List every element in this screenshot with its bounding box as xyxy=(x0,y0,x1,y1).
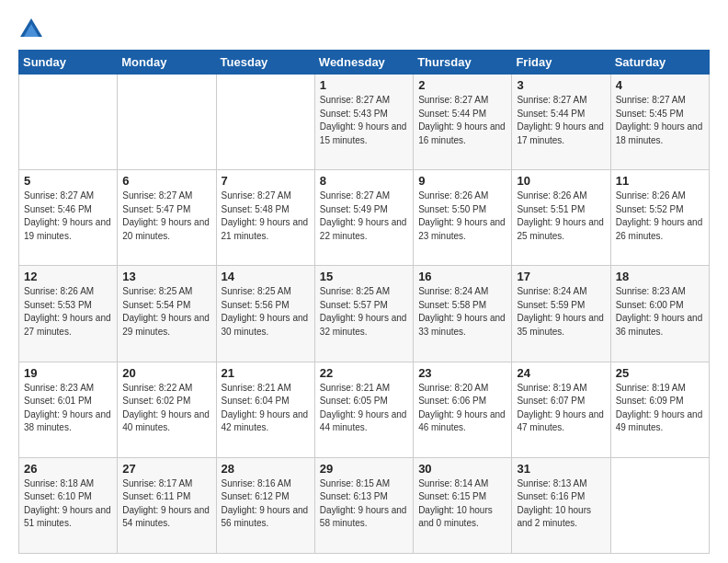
calendar-cell: 6Sunrise: 8:27 AM Sunset: 5:47 PM Daylig… xyxy=(118,170,216,266)
week-row-2: 5Sunrise: 8:27 AM Sunset: 5:46 PM Daylig… xyxy=(19,170,710,266)
calendar-cell: 31Sunrise: 8:13 AM Sunset: 6:16 PM Dayli… xyxy=(512,457,610,553)
day-info: Sunrise: 8:26 AM Sunset: 5:53 PM Dayligh… xyxy=(24,285,112,339)
day-number: 1 xyxy=(320,78,408,92)
calendar-cell: 7Sunrise: 8:27 AM Sunset: 5:48 PM Daylig… xyxy=(216,170,314,266)
day-number: 4 xyxy=(616,78,704,92)
day-info: Sunrise: 8:26 AM Sunset: 5:50 PM Dayligh… xyxy=(418,190,506,243)
day-number: 30 xyxy=(418,462,506,476)
day-info: Sunrise: 8:18 AM Sunset: 6:10 PM Dayligh… xyxy=(24,477,112,531)
calendar-cell: 18Sunrise: 8:23 AM Sunset: 6:00 PM Dayli… xyxy=(610,266,709,362)
day-info: Sunrise: 8:24 AM Sunset: 5:58 PM Dayligh… xyxy=(418,285,506,339)
day-info: Sunrise: 8:14 AM Sunset: 6:15 PM Dayligh… xyxy=(418,477,506,531)
calendar-cell: 1Sunrise: 8:27 AM Sunset: 5:43 PM Daylig… xyxy=(314,75,413,170)
day-number: 7 xyxy=(222,174,310,188)
calendar-cell: 4Sunrise: 8:27 AM Sunset: 5:45 PM Daylig… xyxy=(610,75,709,170)
day-info: Sunrise: 8:23 AM Sunset: 6:00 PM Dayligh… xyxy=(616,285,704,339)
day-info: Sunrise: 8:25 AM Sunset: 5:57 PM Dayligh… xyxy=(320,285,408,339)
week-row-5: 26Sunrise: 8:18 AM Sunset: 6:10 PM Dayli… xyxy=(19,457,710,553)
day-number: 19 xyxy=(24,366,112,380)
day-number: 10 xyxy=(517,174,605,188)
day-number: 6 xyxy=(122,174,210,188)
calendar-cell: 16Sunrise: 8:24 AM Sunset: 5:58 PM Dayli… xyxy=(414,266,512,362)
calendar-cell: 15Sunrise: 8:25 AM Sunset: 5:57 PM Dayli… xyxy=(314,266,413,362)
calendar-cell: 10Sunrise: 8:26 AM Sunset: 5:51 PM Dayli… xyxy=(512,170,610,266)
day-info: Sunrise: 8:26 AM Sunset: 5:51 PM Dayligh… xyxy=(517,190,605,243)
logo-icon xyxy=(18,17,44,42)
day-number: 5 xyxy=(24,174,112,188)
day-info: Sunrise: 8:27 AM Sunset: 5:44 PM Dayligh… xyxy=(418,94,506,147)
calendar-cell xyxy=(118,75,216,170)
day-info: Sunrise: 8:27 AM Sunset: 5:44 PM Dayligh… xyxy=(517,94,605,147)
day-number: 24 xyxy=(517,366,605,380)
calendar-cell xyxy=(610,457,709,553)
day-info: Sunrise: 8:21 AM Sunset: 6:05 PM Dayligh… xyxy=(320,382,408,435)
calendar-cell: 26Sunrise: 8:18 AM Sunset: 6:10 PM Dayli… xyxy=(19,457,118,553)
day-info: Sunrise: 8:27 AM Sunset: 5:43 PM Dayligh… xyxy=(320,94,408,147)
day-number: 29 xyxy=(320,462,408,476)
day-info: Sunrise: 8:25 AM Sunset: 5:54 PM Dayligh… xyxy=(122,285,210,339)
weekday-header-saturday: Saturday xyxy=(610,51,709,75)
calendar-cell: 11Sunrise: 8:26 AM Sunset: 5:52 PM Dayli… xyxy=(610,170,709,266)
calendar-cell: 5Sunrise: 8:27 AM Sunset: 5:46 PM Daylig… xyxy=(19,170,118,266)
day-number: 31 xyxy=(517,462,605,476)
calendar-table: SundayMondayTuesdayWednesdayThursdayFrid… xyxy=(18,50,710,554)
week-row-1: 1Sunrise: 8:27 AM Sunset: 5:43 PM Daylig… xyxy=(19,75,710,170)
weekday-header-friday: Friday xyxy=(512,51,610,75)
weekday-header-sunday: Sunday xyxy=(19,51,118,75)
weekday-header-thursday: Thursday xyxy=(414,51,512,75)
calendar-cell: 8Sunrise: 8:27 AM Sunset: 5:49 PM Daylig… xyxy=(314,170,413,266)
calendar-cell: 2Sunrise: 8:27 AM Sunset: 5:44 PM Daylig… xyxy=(414,75,512,170)
page: SundayMondayTuesdayWednesdayThursdayFrid… xyxy=(0,0,728,563)
calendar-cell: 24Sunrise: 8:19 AM Sunset: 6:07 PM Dayli… xyxy=(512,362,610,457)
day-info: Sunrise: 8:27 AM Sunset: 5:45 PM Dayligh… xyxy=(616,94,704,147)
calendar-cell: 21Sunrise: 8:21 AM Sunset: 6:04 PM Dayli… xyxy=(216,362,314,457)
day-info: Sunrise: 8:21 AM Sunset: 6:04 PM Dayligh… xyxy=(222,382,310,435)
day-info: Sunrise: 8:19 AM Sunset: 6:07 PM Dayligh… xyxy=(517,382,605,435)
day-info: Sunrise: 8:17 AM Sunset: 6:11 PM Dayligh… xyxy=(122,477,210,531)
calendar-cell: 14Sunrise: 8:25 AM Sunset: 5:56 PM Dayli… xyxy=(216,266,314,362)
day-number: 22 xyxy=(320,366,408,380)
calendar-cell: 23Sunrise: 8:20 AM Sunset: 6:06 PM Dayli… xyxy=(414,362,512,457)
day-number: 14 xyxy=(222,270,310,283)
day-number: 12 xyxy=(24,270,112,283)
weekday-header-wednesday: Wednesday xyxy=(314,51,413,75)
day-info: Sunrise: 8:15 AM Sunset: 6:13 PM Dayligh… xyxy=(320,477,408,531)
day-info: Sunrise: 8:27 AM Sunset: 5:46 PM Dayligh… xyxy=(24,190,112,243)
day-info: Sunrise: 8:22 AM Sunset: 6:02 PM Dayligh… xyxy=(122,382,210,435)
day-info: Sunrise: 8:19 AM Sunset: 6:09 PM Dayligh… xyxy=(616,382,704,435)
day-info: Sunrise: 8:26 AM Sunset: 5:52 PM Dayligh… xyxy=(616,190,704,243)
calendar-cell: 12Sunrise: 8:26 AM Sunset: 5:53 PM Dayli… xyxy=(19,266,118,362)
day-info: Sunrise: 8:24 AM Sunset: 5:59 PM Dayligh… xyxy=(517,285,605,339)
day-info: Sunrise: 8:13 AM Sunset: 6:16 PM Dayligh… xyxy=(517,477,605,531)
day-info: Sunrise: 8:27 AM Sunset: 5:49 PM Dayligh… xyxy=(320,190,408,243)
day-number: 9 xyxy=(418,174,506,188)
day-number: 28 xyxy=(222,462,310,476)
day-info: Sunrise: 8:27 AM Sunset: 5:47 PM Dayligh… xyxy=(122,190,210,243)
day-number: 27 xyxy=(122,462,210,476)
calendar-cell xyxy=(19,75,118,170)
calendar-cell: 19Sunrise: 8:23 AM Sunset: 6:01 PM Dayli… xyxy=(19,362,118,457)
calendar-cell xyxy=(216,75,314,170)
day-number: 20 xyxy=(122,366,210,380)
day-info: Sunrise: 8:25 AM Sunset: 5:56 PM Dayligh… xyxy=(222,285,310,339)
day-number: 17 xyxy=(517,270,605,283)
day-number: 18 xyxy=(616,270,704,283)
day-number: 21 xyxy=(222,366,310,380)
calendar-cell: 29Sunrise: 8:15 AM Sunset: 6:13 PM Dayli… xyxy=(314,457,413,553)
day-info: Sunrise: 8:27 AM Sunset: 5:48 PM Dayligh… xyxy=(222,190,310,243)
day-number: 3 xyxy=(517,78,605,92)
logo xyxy=(18,17,48,42)
day-number: 2 xyxy=(418,78,506,92)
calendar-cell: 20Sunrise: 8:22 AM Sunset: 6:02 PM Dayli… xyxy=(118,362,216,457)
week-row-4: 19Sunrise: 8:23 AM Sunset: 6:01 PM Dayli… xyxy=(19,362,710,457)
calendar-cell: 9Sunrise: 8:26 AM Sunset: 5:50 PM Daylig… xyxy=(414,170,512,266)
week-row-3: 12Sunrise: 8:26 AM Sunset: 5:53 PM Dayli… xyxy=(19,266,710,362)
calendar-cell: 22Sunrise: 8:21 AM Sunset: 6:05 PM Dayli… xyxy=(314,362,413,457)
calendar-cell: 30Sunrise: 8:14 AM Sunset: 6:15 PM Dayli… xyxy=(414,457,512,553)
calendar-cell: 3Sunrise: 8:27 AM Sunset: 5:44 PM Daylig… xyxy=(512,75,610,170)
day-number: 8 xyxy=(320,174,408,188)
day-number: 13 xyxy=(122,270,210,283)
day-number: 25 xyxy=(616,366,704,380)
header xyxy=(18,17,710,42)
day-number: 15 xyxy=(320,270,408,283)
